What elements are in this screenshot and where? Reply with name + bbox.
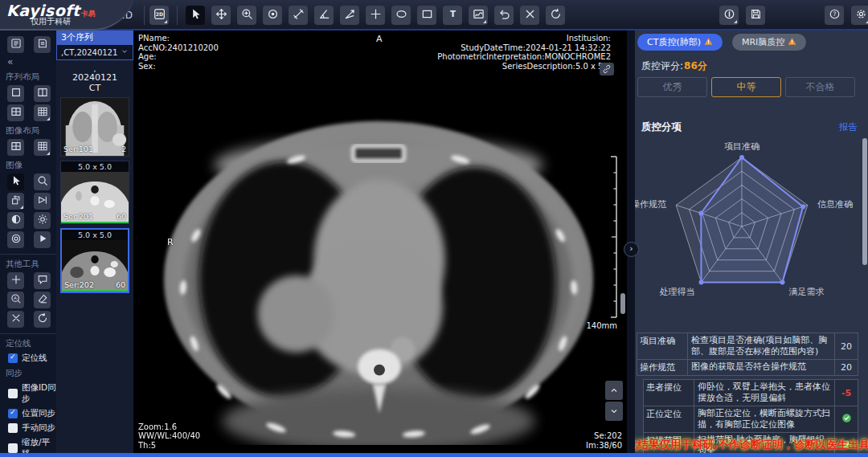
qc-criterion-description: 仰卧位，双臂上举抱头，患者体位摆放合适，无明显偏斜 [694, 380, 834, 406]
tab-ct-lung-qc[interactable]: CT质控(肺部) [637, 34, 723, 51]
grade-button[interactable]: 不合格 [785, 77, 855, 97]
probe-tool-button[interactable] [263, 6, 282, 25]
settings-tool-button[interactable] [851, 6, 868, 25]
qc-criterion-name: 项目准确 [637, 333, 688, 359]
overlay-zoom: Zoom:1.6 [138, 422, 200, 432]
qc-criterion-description: 图像的获取是否符合操作规范 [688, 360, 834, 375]
viewer-scrollbar-thumb[interactable] [620, 293, 625, 314]
reset-tool-button[interactable] [546, 6, 565, 25]
checkbox-unchecked-icon [8, 423, 18, 433]
warning-icon [788, 37, 796, 48]
layout-single-tool-button[interactable] [7, 85, 24, 102]
logo-cn-text: 卡易 [81, 10, 96, 18]
svg-text:处理得当: 处理得当 [659, 287, 694, 297]
research-disclaimer-banner: 此结果仅用于科研,不作诊断证明，诊断以医生出具的诊断 [635, 438, 868, 452]
brightness-tool-button[interactable] [34, 212, 51, 229]
qc-table-row: 项目准确检查项目是否准确(项目如脑部、胸部、腹部是否在标准的范围内容)20 [637, 333, 858, 360]
overlay-thickness: Th:5 [138, 441, 200, 451]
tab-mri-brain-qc[interactable]: MRI脑质控 [732, 34, 806, 51]
layout-3x3-tool-button[interactable] [34, 139, 51, 156]
invert-tool-button[interactable] [7, 212, 24, 229]
window-level-tool-button[interactable] [469, 6, 488, 25]
crosshair-tool-button[interactable] [366, 6, 385, 25]
close-tool-button[interactable] [7, 311, 24, 328]
qc-criterion-name: 正位定位 [644, 406, 694, 432]
zoom-in-tool-button[interactable] [237, 6, 256, 25]
image-scroll-buttons [605, 381, 623, 421]
qc-score-label: 质控评分: [641, 60, 683, 71]
overlay-studydatetime: StudyDateTime:2024-01-21 14:32:22 [437, 43, 611, 53]
qc-pass-indicator [834, 406, 858, 432]
study-caption-modality: CT [56, 83, 133, 93]
undo-tool-button[interactable] [494, 6, 514, 25]
magnify-tool-button[interactable] [34, 173, 51, 190]
add-tool-button[interactable] [7, 272, 24, 289]
help-tool-button[interactable]: ? [825, 6, 844, 25]
delete-tool-button[interactable] [520, 6, 539, 25]
panel-expand-handle[interactable]: › [624, 242, 639, 257]
text-tool-button[interactable]: T [443, 6, 462, 25]
report-tool-button[interactable] [34, 36, 51, 53]
image-viewport[interactable]: PName: AccNO:2401210200 Age: Sex: A Inst… [133, 31, 627, 453]
grade-button[interactable]: 中等 [711, 77, 781, 97]
qc-criterion-description: 胸部正位定位，横断面螺旋方式扫描，有胸部正位定位图像 [694, 406, 834, 432]
svg-text:A: A [14, 296, 17, 300]
ellipse-tool-button[interactable] [391, 6, 411, 25]
layout-single-icon [10, 86, 22, 101]
ct-axial-image [148, 114, 612, 445]
browse-tool-button[interactable] [7, 36, 24, 53]
magnifier-roi-tool-button[interactable]: A [7, 292, 24, 308]
save-tool-button[interactable] [746, 6, 765, 25]
cobb-angle-tool-button[interactable] [340, 6, 359, 25]
cursor-tool-button[interactable] [7, 173, 24, 190]
layout-1x2-tool-button[interactable] [34, 85, 51, 102]
rotate-tool-button[interactable] [7, 193, 24, 210]
comment-tool-button[interactable] [34, 272, 51, 289]
link-series-button[interactable] [600, 63, 614, 75]
length-tool-button[interactable] [289, 6, 308, 25]
mpr-2d-tool-button[interactable]: 2D [149, 6, 169, 25]
sync-checkbox-row[interactable]: 手动同步 [8, 422, 56, 434]
sync-checkbox-label: 缩放/平移 [22, 437, 56, 453]
sync-checkbox-label: 手动同步 [22, 422, 55, 434]
panel-scrollbar-thumb[interactable] [862, 138, 867, 265]
probe-icon [267, 8, 279, 23]
grade-buttons: 优秀中等不合格 [637, 77, 855, 97]
layout-2x2-tool-button[interactable] [7, 139, 24, 156]
collapse-sidebar-button[interactable]: « [0, 55, 56, 67]
study-caption-name: , [56, 66, 133, 72]
series-panel: 3个序列 ,CT,20240121 , 20240121 CT Ser:1012… [56, 31, 133, 453]
pan-tool-button[interactable] [211, 6, 231, 25]
eraser-tool-button[interactable] [34, 292, 51, 308]
scroll-up-button[interactable] [605, 381, 623, 400]
sync-checkbox-row[interactable]: 缩放/平移 [8, 437, 56, 453]
cursor-tool-button[interactable] [186, 6, 205, 25]
target-icon [10, 232, 22, 247]
sidebar-sections: 序列布局图像布局图像其他工具A [0, 71, 56, 328]
info-icon [723, 8, 735, 23]
scroll-down-button[interactable] [605, 402, 623, 421]
report-link[interactable]: 报告 [839, 121, 858, 133]
info-tool-button[interactable] [719, 6, 739, 25]
add-icon [10, 273, 22, 288]
qc-score-cell: 20 [834, 333, 858, 359]
flip-tool-button[interactable] [34, 193, 51, 210]
grade-button[interactable]: 优秀 [637, 77, 707, 97]
reset-tool-button[interactable] [34, 311, 51, 328]
rect-tool-button[interactable] [417, 6, 436, 25]
layout-2x2-tool-button[interactable] [7, 104, 24, 121]
target-tool-button[interactable] [7, 231, 24, 248]
locator-checkbox-row[interactable]: 定位线 [8, 353, 56, 364]
sync-checkbox-row[interactable]: 位置同步 [8, 408, 56, 419]
toolbar-right-tools [719, 6, 765, 25]
layout-1x2-icon [37, 86, 48, 101]
sync-checkbox-row[interactable]: 图像ID同步 [8, 382, 56, 405]
layout-3x3-tool-button[interactable] [34, 104, 51, 121]
study-select-dropdown[interactable]: ,CT,20240121 [56, 44, 133, 60]
play-tool-button[interactable] [34, 231, 51, 248]
series-thumbnail[interactable]: 5.0 x 5.0Ser:20260 [60, 228, 129, 293]
angle-tool-button[interactable] [314, 6, 334, 25]
series-thumbnail[interactable]: 5.0 x 5.0Ser:20160 [60, 161, 129, 224]
series-thumbnail[interactable]: Ser:1012 [60, 97, 129, 157]
qc-criterion-name: 患者摆位 [644, 380, 694, 406]
